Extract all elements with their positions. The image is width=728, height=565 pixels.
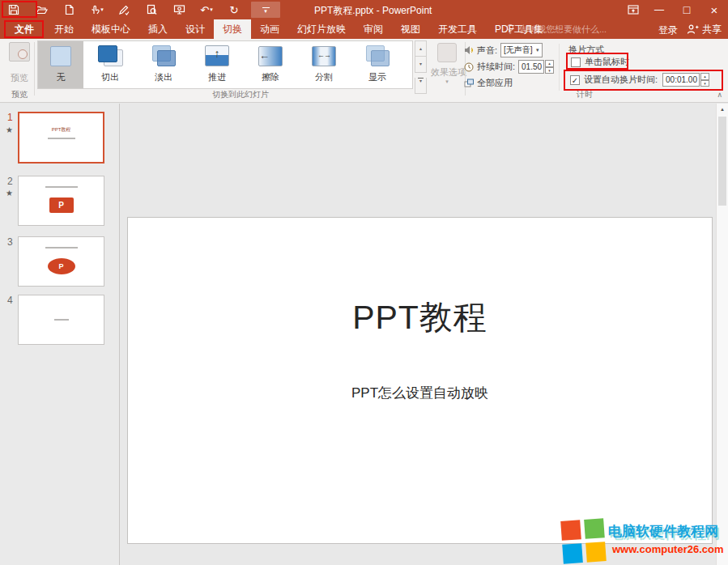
slide-3-ellipse-logo: P: [48, 258, 75, 274]
window-title: PPT教程.pptx - PowerPoint: [314, 4, 432, 18]
slide-2-number: 2: [7, 176, 13, 187]
effect-options-dropdown-icon: ▾: [431, 79, 463, 85]
transition-wipe[interactable]: ← 擦除: [244, 41, 297, 88]
slide-2-transition-star-icon: ★: [6, 189, 13, 198]
gallery-scroll-down-button[interactable]: ▾: [415, 57, 427, 73]
vertical-scrollbar[interactable]: ▴: [716, 104, 728, 565]
preview-icon: [9, 42, 30, 62]
watermark-logo: [560, 518, 607, 564]
undo-button[interactable]: ↶ ▾: [193, 0, 220, 19]
transition-reveal-icon: [364, 45, 391, 68]
undo-dropdown-icon[interactable]: ▾: [210, 6, 213, 13]
print-preview-icon: [146, 4, 157, 15]
maximize-button[interactable]: □: [673, 0, 700, 19]
collapse-ribbon-icon[interactable]: ∧: [717, 91, 722, 99]
auto-advance-label: 设置自动换片时间:: [584, 74, 658, 86]
on-mouse-click-label: 单击鼠标时: [585, 56, 629, 68]
transition-push-icon: ↑: [203, 45, 231, 68]
on-mouse-click-checkbox[interactable]: [571, 57, 581, 67]
auto-advance-time-input[interactable]: 00:01.00: [662, 73, 700, 87]
current-slide[interactable]: PPT教程 PPT怎么设置自动放映: [127, 217, 713, 544]
sound-icon: [464, 45, 475, 55]
transition-cut[interactable]: 切出: [83, 41, 137, 88]
transition-reveal[interactable]: 显示: [351, 41, 404, 88]
transition-fade[interactable]: 淡出: [137, 41, 190, 88]
auto-advance-option[interactable]: ✓ 设置自动换片时间: 00:01.00 ▴ ▾: [570, 73, 709, 87]
preview-button[interactable]: 预览: [5, 42, 34, 84]
touch-mode-dropdown-icon[interactable]: ▾: [100, 6, 104, 13]
sound-label: 声音:: [477, 45, 497, 57]
tab-template-center[interactable]: 模板中心: [83, 19, 139, 39]
print-preview-button[interactable]: [138, 0, 165, 19]
duration-input[interactable]: 01.50: [518, 60, 544, 74]
new-document-icon: [64, 4, 75, 15]
sign-in-link[interactable]: 登录: [658, 23, 678, 37]
sound-dropdown-arrow-icon[interactable]: ▾: [532, 47, 542, 53]
transition-split[interactable]: ←→ 分割: [297, 41, 351, 88]
quick-access-toolbar: ▾ ↶ ▾ ↻ ▾: [0, 0, 280, 19]
slide-4-number: 4: [7, 295, 13, 306]
tab-slideshow[interactable]: 幻灯片放映: [288, 19, 355, 39]
slide-1-transition-star-icon: ★: [6, 125, 13, 134]
share-button[interactable]: 共享: [687, 19, 722, 39]
gallery-scroll-up-button[interactable]: ▴: [415, 40, 427, 57]
gallery-more-button[interactable]: ▾: [415, 78, 427, 94]
new-document-button[interactable]: [55, 0, 83, 19]
transition-push[interactable]: ↑ 推进: [190, 41, 244, 88]
tab-review[interactable]: 审阅: [355, 19, 392, 39]
watermark-logo-square-yellow: [585, 542, 607, 563]
tell-me-placeholder: 告诉我您想要做什么...: [519, 23, 607, 36]
auto-advance-spinner[interactable]: ▴ ▾: [700, 73, 709, 87]
share-label: 共享: [702, 23, 722, 36]
slide-title[interactable]: PPT教程: [128, 295, 712, 340]
scrollbar-thumb[interactable]: [718, 117, 726, 206]
sound-dropdown[interactable]: [无声音] ▾: [500, 43, 543, 57]
duration-clock-icon: [464, 62, 475, 72]
on-mouse-click-option[interactable]: 单击鼠标时: [571, 56, 629, 68]
transition-none[interactable]: 无: [38, 41, 83, 88]
save-button[interactable]: [0, 0, 28, 19]
watermark-logo-square-red: [560, 520, 581, 541]
tab-view[interactable]: 视图: [392, 19, 429, 39]
tell-me-box[interactable]: 告诉我您想要做什么...: [505, 19, 607, 39]
open-button[interactable]: [28, 0, 55, 19]
ribbon-display-options-icon: [628, 5, 639, 15]
auto-advance-spin-down-icon: ▾: [700, 80, 709, 87]
transition-fade-icon: [150, 45, 177, 68]
minimize-button[interactable]: —: [645, 0, 673, 19]
watermark-site-name: 电脑软硬件教程网: [608, 522, 718, 541]
auto-advance-checkbox[interactable]: ✓: [570, 75, 580, 85]
tab-file[interactable]: 文件: [3, 19, 45, 39]
ribbon-display-options-button[interactable]: [621, 0, 645, 19]
slide-subtitle[interactable]: PPT怎么设置自动放映: [128, 384, 712, 402]
tab-animations[interactable]: 动画: [251, 19, 288, 39]
redo-button[interactable]: ↻: [220, 0, 248, 19]
tab-transitions[interactable]: 切换: [214, 19, 251, 39]
apply-to-all-button[interactable]: 全部应用: [464, 77, 513, 89]
tab-design[interactable]: 设计: [177, 19, 214, 39]
duration-spinner[interactable]: ▴ ▾: [545, 60, 554, 74]
touch-mode-button[interactable]: ▾: [83, 0, 110, 19]
slide-3-thumbnail[interactable]: P: [18, 236, 104, 287]
close-button[interactable]: ×: [700, 0, 728, 19]
share-person-icon: [687, 23, 699, 35]
ink-tools-button[interactable]: [110, 0, 138, 19]
slide-1-mini-title: PPT教程: [19, 126, 103, 134]
effect-options-button[interactable]: 效果选项 ▾: [431, 43, 463, 85]
ribbon-tab-bar: 文件 开始 模板中心 插入 设计 切换 动画 幻灯片放映 审阅 视图 开发工具 …: [0, 19, 728, 39]
touch-mode-icon: [89, 4, 100, 15]
tab-insert[interactable]: 插入: [139, 19, 177, 39]
tab-developer[interactable]: 开发工具: [429, 19, 486, 39]
customize-quick-access-button[interactable]: ▾: [251, 2, 280, 18]
open-folder-icon: [36, 4, 48, 15]
preview-button-label: 预览: [5, 72, 34, 84]
save-icon: [8, 4, 19, 15]
slide-1-thumbnail[interactable]: PPT教程: [18, 112, 104, 164]
slide-canvas: PPT教程 PPT怎么设置自动放映: [121, 104, 716, 565]
slide-4-thumbnail[interactable]: [18, 295, 104, 345]
tab-home[interactable]: 开始: [45, 19, 83, 39]
start-slideshow-button[interactable]: [165, 0, 193, 19]
auto-advance-spin-up-icon: ▴: [700, 73, 709, 80]
scrollbar-up-icon[interactable]: ▴: [717, 104, 728, 115]
slide-2-thumbnail[interactable]: P: [18, 176, 104, 226]
